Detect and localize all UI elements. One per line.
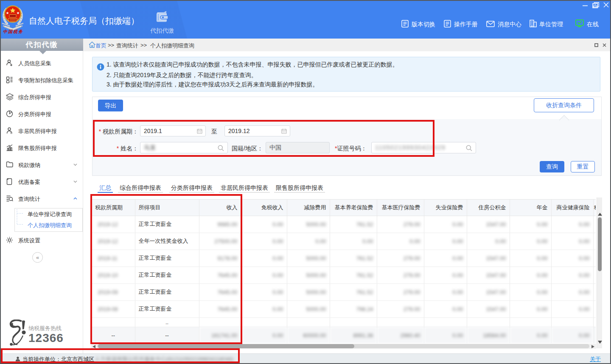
svg-text:中国税务: 中国税务 (3, 29, 23, 34)
